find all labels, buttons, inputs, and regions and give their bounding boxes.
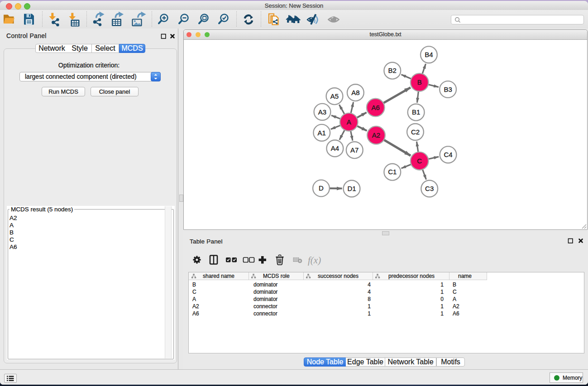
svg-text:B3: B3 (444, 86, 452, 93)
svg-text:C2: C2 (411, 128, 420, 136)
svg-text:B: B (417, 78, 422, 86)
svg-text:A5: A5 (330, 92, 339, 100)
svg-text:D1: D1 (347, 185, 356, 192)
svg-text:C: C (417, 157, 422, 165)
svg-text:C1: C1 (388, 168, 397, 176)
svg-text:D: D (319, 184, 324, 192)
svg-text:A8: A8 (351, 89, 359, 96)
svg-text:A7: A7 (350, 146, 359, 154)
svg-text:C3: C3 (425, 185, 434, 192)
svg-text:B2: B2 (388, 67, 397, 74)
svg-text:A2: A2 (372, 131, 380, 139)
svg-text:C4: C4 (444, 151, 452, 158)
svg-text:A1: A1 (318, 129, 326, 137)
svg-text:f(x): f(x) (308, 255, 321, 266)
svg-text:A: A (347, 118, 351, 126)
svg-text:B1: B1 (412, 108, 420, 116)
svg-text:A3: A3 (318, 108, 326, 116)
svg-text:A6: A6 (372, 104, 380, 111)
svg-text:A4: A4 (331, 144, 339, 152)
svg-text:B4: B4 (425, 51, 433, 58)
